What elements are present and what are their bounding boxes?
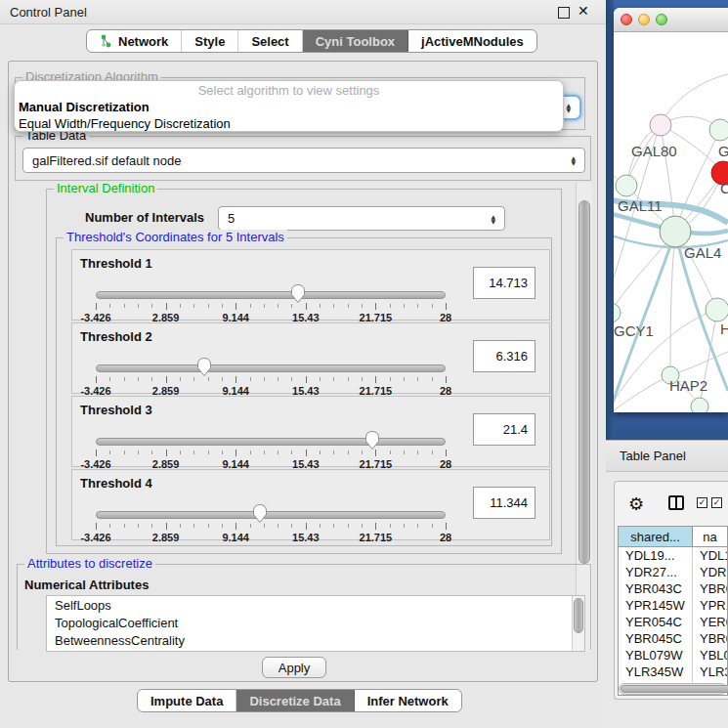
tab-infer-network[interactable]: Infer Network [355, 690, 461, 711]
dropdown-option-equal-width[interactable]: Equal Width/Frequency Discretization [15, 115, 563, 132]
table-row[interactable]: YBR045CYBR0... [619, 630, 727, 647]
node-h[interactable] [706, 298, 728, 321]
slider-track[interactable] [96, 438, 446, 446]
table-hscrollbar-thumb[interactable] [621, 685, 728, 693]
cell-name[interactable]: YBL0... [693, 647, 727, 664]
table-row[interactable]: YBL079WYBL0... [619, 647, 727, 664]
cell-shared[interactable]: YBL079W [619, 647, 693, 664]
threshold-4-slider[interactable]: -3.4262.8599.14415.4321.71528 [96, 508, 446, 541]
mac-close-button[interactable] [621, 14, 632, 25]
table-data-combobox[interactable]: galFiltered.sif default node ▲▼ [22, 148, 585, 173]
close-window-icon[interactable]: ✕ [578, 3, 589, 19]
cell-name[interactable]: YER0... [693, 614, 727, 630]
node-top-right[interactable] [709, 119, 728, 141]
table-row[interactable]: YDR27...YDR2... [619, 564, 727, 580]
slider-track[interactable] [96, 291, 446, 299]
cell-name[interactable]: YDR2... [693, 564, 727, 580]
tick-mark [390, 304, 391, 308]
cell-shared[interactable]: YBR045C [619, 630, 693, 647]
float-window-icon[interactable] [558, 7, 570, 19]
threshold-4-value-field[interactable]: 11.344 [473, 487, 535, 519]
node-attribute-table[interactable]: shared... na YDL19...YDL1... YDR27...YDR… [618, 526, 728, 696]
tick-mark [278, 304, 278, 308]
attributes-scrollbar-thumb[interactable] [574, 598, 583, 633]
tick-mark [96, 376, 97, 383]
slider-thumb[interactable] [252, 503, 268, 524]
num-intervals-combobox[interactable]: 5 ▲▼ [218, 206, 505, 231]
list-item[interactable]: BetweennessCentrality [47, 631, 584, 649]
cell-shared[interactable]: YBR043C [619, 580, 693, 597]
table-row[interactable]: YPR145WYPR1... [619, 597, 727, 614]
dropdown-option-manual[interactable]: Manual Discretization [15, 99, 563, 115]
cell-name[interactable]: YLR3... [693, 664, 727, 680]
node-gal11[interactable] [616, 175, 637, 196]
tick-mark [250, 524, 251, 528]
select-all-columns-button[interactable]: ✓ [697, 497, 707, 508]
tab-select[interactable]: Select [238, 30, 302, 52]
mac-minimize-button[interactable] [638, 14, 650, 25]
node-gcy1[interactable] [614, 303, 621, 322]
slider-track[interactable] [96, 364, 446, 372]
table-row[interactable]: YLR345WYLR3... [619, 664, 727, 680]
cell-shared[interactable]: YDR27... [619, 564, 693, 580]
slider-thumb[interactable] [196, 357, 212, 377]
tick-mark [151, 524, 152, 528]
table-row[interactable]: YDL19...YDL1... [619, 547, 727, 564]
node-label-gal80: GAL80 [631, 143, 677, 159]
cell-name[interactable]: YBR0... [693, 580, 727, 597]
tab-jactivemnodules[interactable]: jActiveMNodules [408, 30, 536, 52]
slider-thumb[interactable] [364, 430, 380, 450]
mac-zoom-button[interactable] [656, 14, 667, 25]
column-header-shared-name[interactable]: shared... [619, 527, 693, 546]
tick-mark [306, 523, 307, 530]
tick-mark [291, 450, 292, 454]
table-row[interactable]: YBR043CYBR0... [619, 580, 727, 597]
cell-shared[interactable]: YDL19... [619, 547, 693, 564]
threshold-3-value-field[interactable]: 21.4 [473, 413, 535, 446]
tab-network[interactable]: Network [87, 30, 182, 52]
node-gal80[interactable] [650, 114, 671, 136]
tick-mark [166, 376, 167, 383]
tick-mark [306, 376, 307, 383]
tick-mark [390, 377, 391, 381]
cell-shared[interactable]: YLR345W [619, 664, 693, 680]
network-canvas[interactable]: GAL80 G C GAL11 GAL4 GCY1 H HAP2 [614, 31, 728, 412]
numerical-attributes-list[interactable]: SelfLoops TopologicalCoefficient Between… [46, 595, 585, 652]
cell-shared[interactable]: YER054C [619, 614, 693, 630]
apply-button[interactable]: Apply [262, 657, 326, 678]
cell-name[interactable]: YDL1... [693, 547, 727, 564]
slider-ticks [96, 376, 446, 384]
tab-jactivemnodules-label: jActiveMNodules [421, 34, 524, 49]
table-row[interactable]: YER054CYER0... [619, 614, 727, 630]
tab-impute-data[interactable]: Impute Data [138, 690, 236, 711]
tab-discretize-data[interactable]: Discretize Data [236, 690, 354, 711]
table-settings-button[interactable]: ⚙ [626, 493, 646, 513]
list-item[interactable]: TopologicalCoefficient [47, 614, 584, 631]
select-columns-button[interactable]: ✓ [711, 497, 722, 508]
slider-track[interactable] [96, 511, 446, 519]
settings-scrollbar-thumb[interactable] [578, 200, 590, 564]
threshold-2-slider[interactable]: -3.4262.8599.14415.4321.71528 [96, 362, 446, 395]
threshold-1-slider[interactable]: -3.4262.8599.14415.4321.71528 [96, 288, 446, 321]
tab-style[interactable]: Style [182, 30, 238, 52]
tick-mark [180, 524, 181, 528]
cell-name[interactable]: YBR0... [693, 630, 727, 647]
cell-name[interactable]: YPR1... [693, 597, 727, 614]
tick-mark [208, 450, 209, 454]
tick-mark [180, 304, 181, 308]
split-view-button[interactable] [668, 495, 684, 510]
node-label-gcy1: GCY1 [614, 322, 654, 339]
tab-cyni-toolbox[interactable]: Cyni Toolbox [303, 30, 408, 52]
list-item[interactable]: SelfLoops [47, 596, 584, 614]
cell-shared[interactable]: YPR145W [619, 597, 693, 614]
column-header-name[interactable]: na [693, 527, 727, 546]
attributes-list-scrollbar[interactable] [572, 596, 584, 651]
table-horizontal-scrollbar[interactable] [619, 683, 727, 695]
node-bottom[interactable] [691, 398, 708, 412]
network-window[interactable]: GAL80 G C GAL11 GAL4 GCY1 H HAP2 [614, 8, 728, 412]
threshold-1-value-field[interactable]: 14.713 [473, 267, 535, 299]
threshold-3-slider[interactable]: -3.4262.8599.14415.4321.71528 [96, 435, 446, 468]
threshold-2-value-field[interactable]: 6.316 [473, 340, 535, 372]
node-gal4[interactable] [660, 216, 691, 247]
slider-thumb[interactable] [290, 283, 306, 304]
